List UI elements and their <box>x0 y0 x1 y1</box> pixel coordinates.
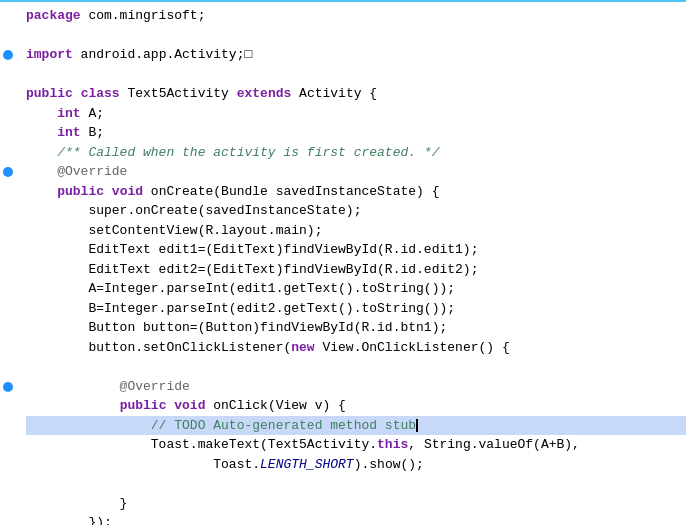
code-line: B=Integer.parseInt(edit2.getText().toStr… <box>26 299 686 319</box>
code-line: /** Called when the activity is first cr… <box>26 143 686 163</box>
code-line: }); <box>26 513 686 525</box>
code-line <box>26 26 686 46</box>
code-line: A=Integer.parseInt(edit1.getText().toStr… <box>26 279 686 299</box>
code-line: } <box>26 494 686 514</box>
code-line: package com.mingrisoft; <box>26 6 686 26</box>
gutter <box>0 2 18 525</box>
code-area: package com.mingrisoft; import android.a… <box>0 2 686 525</box>
code-line: import android.app.Activity;□ <box>26 45 686 65</box>
code-line: Toast.makeText(Text5Activity.this, Strin… <box>26 435 686 455</box>
text-cursor <box>416 419 418 432</box>
code-line <box>26 357 686 377</box>
code-line <box>26 474 686 494</box>
code-line: EditText edit1=(EditText)findViewById(R.… <box>26 240 686 260</box>
code-content[interactable]: package com.mingrisoft; import android.a… <box>18 2 686 525</box>
code-line-highlighted: // TODO Auto-generated method stub <box>26 416 686 436</box>
breakpoint-line3 <box>3 50 13 60</box>
code-line: public void onClick(View v) { <box>26 396 686 416</box>
code-line: int A; <box>26 104 686 124</box>
code-line <box>26 65 686 85</box>
code-line: public class Text5Activity extends Activ… <box>26 84 686 104</box>
code-line: public void onCreate(Bundle savedInstanc… <box>26 182 686 202</box>
breakpoint-line9 <box>3 167 13 177</box>
code-line: super.onCreate(savedInstanceState); <box>26 201 686 221</box>
code-line: @Override <box>26 377 686 397</box>
code-line: button.setOnClickListener(new View.OnCli… <box>26 338 686 358</box>
code-line: @Override <box>26 162 686 182</box>
code-line: setContentView(R.layout.main); <box>26 221 686 241</box>
code-line: int B; <box>26 123 686 143</box>
code-editor: package com.mingrisoft; import android.a… <box>0 0 686 525</box>
code-line: Toast.LENGTH_SHORT).show(); <box>26 455 686 475</box>
code-line: EditText edit2=(EditText)findViewById(R.… <box>26 260 686 280</box>
breakpoint-line20 <box>3 382 13 392</box>
code-line: Button button=(Button)findViewById(R.id.… <box>26 318 686 338</box>
